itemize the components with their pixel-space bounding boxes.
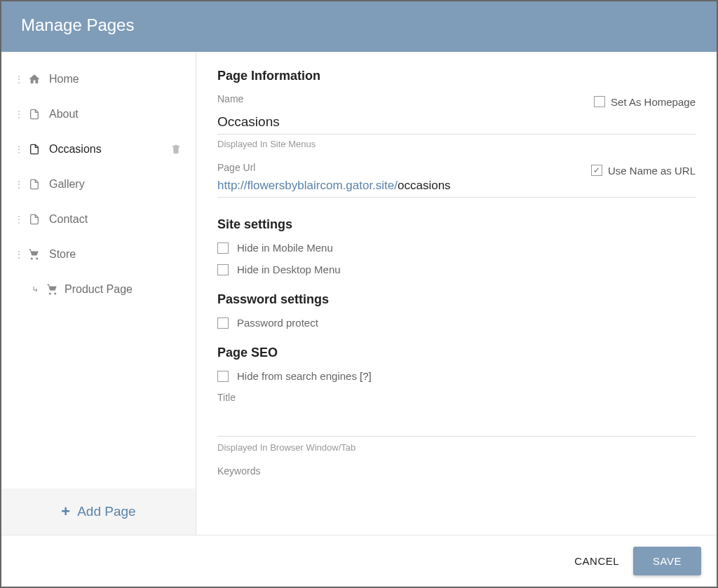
page-url-base: http://flowersbyblaircom.gator.site/ [217, 179, 398, 192]
page-icon [28, 143, 41, 156]
sidebar: ⋮ Home ⋮ About ⋮ Occasions [1, 52, 196, 535]
displayed-in-tab-hint: Displayed In Browser Window/Tab [217, 442, 696, 453]
cart-icon [28, 248, 41, 261]
sidebar-item-product-page[interactable]: Product Page [1, 272, 196, 307]
drag-handle-icon[interactable]: ⋮ [14, 109, 20, 119]
page-icon [28, 213, 41, 226]
checkbox-icon [594, 96, 605, 107]
set-as-homepage-label: Set As Homepage [611, 96, 696, 108]
page-seo-heading: Page SEO [217, 346, 696, 360]
cart-icon [46, 283, 59, 296]
seo-title-label: Title [217, 392, 696, 403]
hide-mobile-checkbox[interactable]: Hide in Mobile Menu [217, 242, 696, 254]
page-icon [28, 108, 41, 121]
drag-handle-icon[interactable]: ⋮ [14, 179, 20, 189]
page-url-slug: occasions [398, 179, 451, 192]
child-arrow-icon [32, 285, 41, 294]
page-url-field[interactable]: http://flowersbyblaircom.gator.site/occa… [217, 179, 696, 198]
seo-title-input[interactable] [217, 409, 696, 437]
password-protect-label: Password protect [237, 317, 318, 329]
sidebar-item-label: Occasions [49, 143, 162, 156]
password-settings-heading: Password settings [217, 292, 696, 307]
home-icon [28, 73, 41, 86]
save-button[interactable]: SAVE [633, 547, 701, 575]
sidebar-item-gallery[interactable]: ⋮ Gallery [1, 167, 196, 202]
checkbox-icon: ✓ [591, 165, 602, 176]
sidebar-item-label: Gallery [49, 178, 183, 191]
site-settings-heading: Site settings [217, 217, 696, 232]
use-name-as-url-checkbox[interactable]: ✓ Use Name as URL [591, 165, 696, 177]
main-panel: Page Information Name Set As Homepage Di… [196, 52, 717, 535]
page-icon [28, 178, 41, 191]
sidebar-item-about[interactable]: ⋮ About [1, 97, 196, 132]
password-protect-checkbox[interactable]: Password protect [217, 317, 696, 329]
sidebar-item-label: About [49, 108, 183, 121]
trash-icon[interactable] [170, 143, 183, 156]
sidebar-item-label: Home [49, 73, 183, 86]
page-name-input[interactable] [217, 110, 696, 135]
page-url-label: Page Url [217, 162, 255, 173]
sidebar-item-contact[interactable]: ⋮ Contact [1, 202, 196, 237]
add-page-label: Add Page [77, 504, 135, 519]
set-as-homepage-checkbox[interactable]: Set As Homepage [594, 96, 696, 108]
cancel-button[interactable]: CANCEL [574, 555, 619, 567]
checkbox-icon [217, 371, 229, 382]
hide-mobile-label: Hide in Mobile Menu [237, 242, 333, 254]
hide-desktop-label: Hide in Desktop Menu [237, 264, 341, 275]
checkbox-icon [217, 242, 229, 254]
drag-handle-icon[interactable]: ⋮ [14, 249, 20, 259]
dialog-body: ⋮ Home ⋮ About ⋮ Occasions [1, 52, 717, 535]
use-name-as-url-label: Use Name as URL [608, 165, 696, 177]
sidebar-item-label: Contact [49, 213, 183, 226]
plus-icon: + [61, 502, 70, 521]
drag-handle-icon[interactable]: ⋮ [14, 214, 20, 224]
add-page-button[interactable]: + Add Page [1, 488, 196, 535]
sidebar-list: ⋮ Home ⋮ About ⋮ Occasions [1, 52, 196, 488]
drag-handle-icon[interactable]: ⋮ [14, 74, 20, 84]
checkbox-icon [217, 264, 229, 275]
dialog-header: Manage Pages [1, 1, 717, 52]
hide-from-search-checkbox[interactable]: Hide from search engines [?] [217, 370, 696, 382]
displayed-in-menus-hint: Displayed In Site Menus [217, 139, 696, 149]
sidebar-item-label: Store [49, 248, 183, 261]
sidebar-item-occasions[interactable]: ⋮ Occasions [1, 132, 196, 167]
checkbox-icon [217, 317, 229, 329]
dialog-title: Manage Pages [21, 15, 134, 34]
sidebar-item-label: Product Page [65, 283, 183, 296]
name-label: Name [217, 93, 243, 104]
sidebar-item-home[interactable]: ⋮ Home [1, 62, 196, 97]
page-information-heading: Page Information [217, 69, 696, 83]
drag-handle-icon[interactable]: ⋮ [14, 144, 20, 154]
keywords-label: Keywords [217, 465, 696, 477]
dialog-footer: CANCEL SAVE [1, 535, 717, 587]
hide-from-search-label: Hide from search engines [?] [237, 370, 372, 382]
sidebar-item-store[interactable]: ⋮ Store [1, 237, 196, 272]
help-icon[interactable]: [?] [360, 370, 372, 382]
hide-desktop-checkbox[interactable]: Hide in Desktop Menu [217, 264, 696, 275]
